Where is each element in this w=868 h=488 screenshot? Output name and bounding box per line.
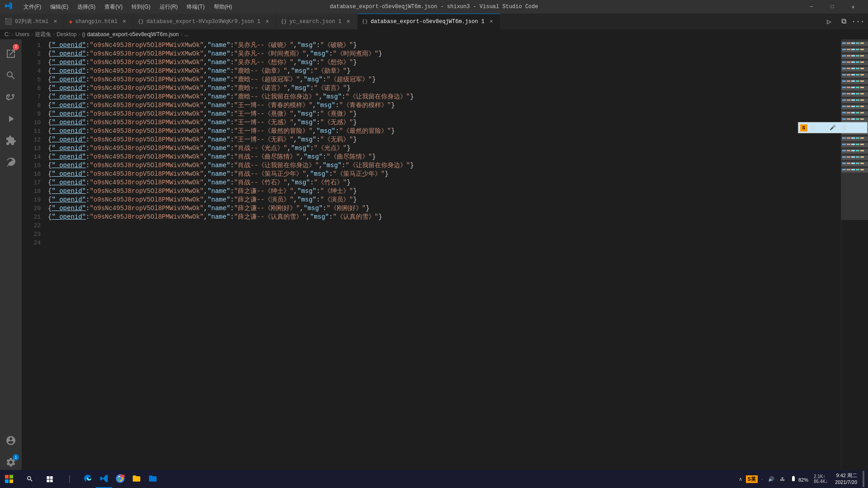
tray-battery[interactable]: 82% (788, 475, 810, 483)
taskbar-separator: | (60, 470, 80, 488)
tab-close-icon[interactable]: × (344, 18, 353, 26)
ime-hand-btn[interactable]: ✍ (849, 124, 857, 131)
tab-close-icon[interactable]: × (51, 18, 59, 26)
title-bar: 文件(F) 编辑(E) 选择(S) 查看(V) 转到(G) 运行(R) 终端(T… (0, 0, 868, 14)
activity-search[interactable] (0, 65, 22, 86)
code-line: {"_openid":"o9sNc495J8ropV5Ol8PMWivXMwOk… (48, 93, 841, 101)
menu-help[interactable]: 帮助(H) (210, 1, 236, 13)
line-number: 14 (22, 153, 41, 161)
menu-run[interactable]: 运行(R) (156, 1, 182, 13)
code-line: {"_openid":"o9sNc495J8ropV5Ol8PMWivXMwOk… (48, 50, 841, 58)
code-line: {"_openid":"o9sNc495J8ropV5Ol8PMWivXMwOk… (48, 118, 841, 127)
taskbar-files[interactable] (128, 470, 145, 488)
breadcrumb: C: › Users › 迎霜兔 › Desktop › {} database… (0, 29, 868, 39)
show-desktop[interactable] (863, 471, 864, 487)
tab-close-icon[interactable]: × (120, 18, 128, 26)
line-number: 1 (22, 41, 41, 50)
tab-label: 02列表.html (15, 18, 48, 25)
close-button[interactable]: ✕ (843, 0, 863, 14)
tray-show-hidden[interactable]: ∧ (737, 476, 744, 482)
breadcrumb-users[interactable]: Users (15, 31, 29, 38)
html-icon: ◈ (69, 18, 72, 25)
ime-img-btn[interactable]: 🖼 (839, 124, 849, 131)
taskbar-search[interactable] (20, 470, 40, 488)
code-line: {"_openid":"o9sNc495J8ropV5Ol8PMWivXMwOk… (48, 75, 841, 84)
run-button[interactable]: ▷ (823, 15, 835, 28)
menu-bar: 文件(F) 编辑(E) 选择(S) 查看(V) 转到(G) 运行(R) 终端(T… (20, 1, 236, 13)
taskbar-explorer[interactable] (145, 470, 161, 488)
split-editor-button[interactable]: ⧉ (837, 15, 850, 28)
line-number: 5 (22, 75, 41, 84)
code-line: {"_openid":"o9sNc495J8ropV5Ol8PMWivXMwOk… (48, 204, 841, 213)
start-button[interactable] (0, 470, 18, 488)
breadcrumb-desktop[interactable]: Desktop (57, 31, 76, 38)
ime-dots-btn[interactable]: ⋯ (858, 124, 865, 131)
html-icon: ⬛ (5, 18, 12, 25)
line-number: 6 (22, 84, 41, 93)
code-content[interactable]: {"_openid":"o9sNc495J8ropV5Ol8PMWivXMwOk… (44, 39, 841, 477)
menu-goto[interactable]: 转到(G) (128, 1, 154, 13)
menu-edit[interactable]: 编辑(E) (47, 1, 72, 13)
code-line: {"_openid":"o9sNc495J8ropV5Ol8PMWivXMwOk… (48, 84, 841, 93)
activity-account[interactable] (0, 430, 22, 451)
breadcrumb-drive[interactable]: C: (5, 31, 10, 38)
code-editor[interactable]: 123456789101112131415161718192021222324 … (22, 39, 868, 477)
tab-hvxp-json[interactable]: {} database_export-HVxp3o9WqKr9.json 1 × (133, 14, 276, 29)
taskbar-edge[interactable] (80, 470, 96, 488)
tab-yc-json[interactable]: {} yc_search.json 1 × (276, 14, 357, 29)
activity-extensions[interactable] (0, 130, 22, 151)
code-line: {"_openid":"o9sNc495J8ropV5Ol8PMWivXMwOk… (48, 196, 841, 204)
ime-en-btn[interactable]: 英 (808, 123, 818, 132)
tray-cpu[interactable]: 2.1K↑ 86.4K↓ (812, 474, 830, 484)
minimize-button[interactable]: ─ (801, 0, 822, 14)
tab-label: database_export-HVxp3o9WqKr9.json 1 (146, 19, 260, 25)
system-clock[interactable]: 9:42 周二 2021/7/20 (831, 472, 861, 486)
tab-label: shangpin.html (75, 19, 118, 25)
line-number: 9 (22, 110, 41, 118)
explorer-badge: 2 (13, 44, 19, 50)
breadcrumb-file[interactable]: database_export-o5ev8eqjWT6m.json (87, 31, 179, 38)
tray-network[interactable]: 🖧 (778, 476, 787, 482)
tray-ime[interactable]: S英 (746, 475, 758, 483)
activity-run[interactable] (0, 108, 22, 130)
activity-explorer[interactable]: 2 (0, 43, 22, 65)
line-number: 18 (22, 187, 41, 196)
tab-close-active-icon[interactable]: × (487, 18, 495, 26)
ime-mic-btn[interactable]: 🎤 (827, 124, 838, 131)
code-line: {"_openid":"o9sNc495J8ropV5Ol8PMWivXMwOk… (48, 110, 841, 118)
menu-view[interactable]: 查看(V) (101, 1, 126, 13)
tab-label: yc_search.json 1 (289, 19, 341, 25)
line-number: 17 (22, 178, 41, 187)
svg-rect-2 (5, 479, 9, 483)
tab-html-list[interactable]: ⬛ 02列表.html × (0, 14, 64, 29)
taskbar-chrome[interactable] (112, 470, 128, 488)
menu-terminal[interactable]: 终端(T) (183, 1, 208, 13)
breadcrumb-user[interactable]: 迎霜兔 (35, 31, 51, 38)
maximize-button[interactable]: □ (822, 0, 843, 14)
ime-dot-btn[interactable]: · (819, 124, 826, 131)
taskbar-taskview[interactable] (40, 470, 60, 488)
battery-percent: 82% (798, 477, 808, 483)
code-line: {"_openid":"o9sNc495J8ropV5Ol8PMWivXMwOk… (48, 161, 841, 170)
taskbar-vscode[interactable] (96, 470, 112, 488)
tab-close-icon[interactable]: × (263, 18, 271, 26)
more-actions-button[interactable]: ··· (852, 15, 864, 28)
system-tray: ∧ S英 · 🔊 🖧 82% 2.1K↑ 86.4K↓ (737, 474, 830, 484)
activity-remote[interactable] (0, 151, 22, 173)
line-number: 3 (22, 58, 41, 67)
activity-source-control[interactable] (0, 86, 22, 108)
svg-rect-1 (9, 475, 13, 479)
taskbar-items: | (20, 470, 161, 488)
code-line: {"_openid":"o9sNc495J8ropV5Ol8PMWivXMwOk… (48, 213, 841, 221)
tab-shangpin[interactable]: ◈ shangpin.html × (64, 14, 133, 29)
tab-main-json[interactable]: {} database_export-o5ev8eqjWT6m.json 1 × (358, 14, 500, 29)
menu-file[interactable]: 文件(F) (20, 1, 45, 13)
minimap[interactable] (841, 39, 868, 477)
ime-s-btn[interactable]: S (800, 124, 808, 131)
menu-select[interactable]: 选择(S) (74, 1, 99, 13)
breadcrumb-more[interactable]: ... (184, 31, 189, 38)
tray-volume[interactable]: 🔊 (766, 476, 776, 482)
editor-area: 123456789101112131415161718192021222324 … (22, 39, 868, 477)
main-layout: 2 (0, 39, 868, 477)
taskbar-right: ∧ S英 · 🔊 🖧 82% 2.1K↑ 86.4K↓ 9:42 周二 2021… (737, 471, 868, 487)
